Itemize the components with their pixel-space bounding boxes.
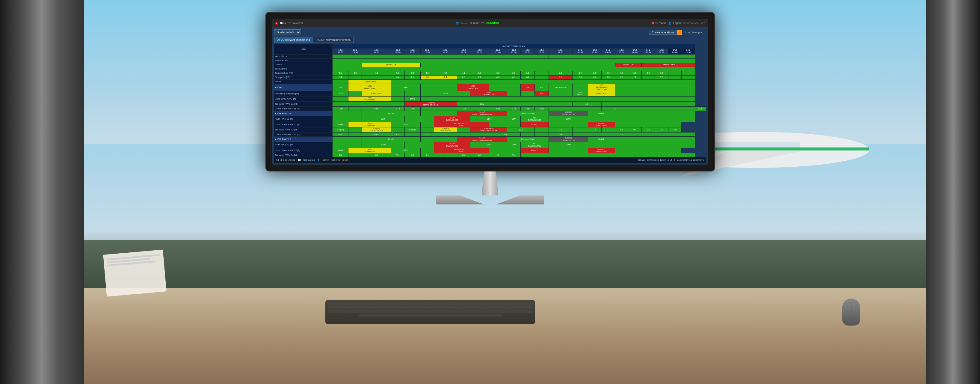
th-11: 13.222:00 xyxy=(507,49,521,54)
snow-2: TEMPO >5RVN xyxy=(348,80,391,84)
paper-document xyxy=(103,250,166,297)
label-volcanic-ash: Volcanic ash xyxy=(274,59,332,63)
cw31-12: 1.6B xyxy=(520,107,535,111)
label-cloudbase-31: Cloud Base RWY 31 [ft] xyxy=(274,122,332,127)
pillar-right xyxy=(926,0,980,384)
rvr22-3 xyxy=(404,142,434,148)
tw04-2 xyxy=(348,153,362,157)
screen: ■ IMS 7.7 AAWDSS 🌐 Server 11:18:52 UTC R… xyxy=(272,19,708,164)
tw22-15: 1.7 xyxy=(601,127,615,132)
rvr22-7: 175BECMG 2000 xyxy=(520,142,549,148)
lvp22-5: Operation Phase xyxy=(507,137,549,142)
label-turbulence: Turbulence xyxy=(274,67,332,71)
row-snow: Snow TEMPO >5RVN xyxy=(274,80,706,84)
cw31-17: 2.7L xyxy=(695,107,706,111)
tab-aooh[interactable]: AO/OH relevant phenomena xyxy=(313,37,354,43)
row-cloudbase-31: Cloud Base RWY 31 [ft] 4000 4000TEMPO 15… xyxy=(274,122,706,127)
dew-4: 3.4 xyxy=(391,75,405,80)
temp-6: 4.8 xyxy=(420,71,434,75)
vis-1: 10000 xyxy=(332,91,348,96)
monitor-bezel: ■ IMS 7.7 AAWDSS 🌐 Server 11:18:52 UTC R… xyxy=(266,12,715,172)
temp-11: 2.7 xyxy=(507,71,521,75)
tab-current-operations[interactable]: Current operations xyxy=(649,30,677,35)
logout-label[interactable]: Logout xyxy=(673,22,682,25)
label-base-bkn: Base BKN, OVC [ft] xyxy=(274,96,332,101)
tw31-1 xyxy=(332,102,405,107)
row-lvp-31: ■ LVP RWY 31 No LVP No LVPBECMG Operatio… xyxy=(274,111,706,116)
rvr22-5: 250 xyxy=(470,142,507,148)
phenomena-tabs: ATCO relevant phenomena AO/OH relevant p… xyxy=(274,37,706,43)
contact-icon: 📧 xyxy=(298,159,301,161)
bkn-1 xyxy=(332,96,348,101)
label-vfr: ■ VFR xyxy=(274,84,332,91)
lvp22-1 xyxy=(332,137,362,142)
cw22-13: 1.6B xyxy=(549,132,572,137)
temp-9: 3.7 xyxy=(470,71,488,75)
dew-20 xyxy=(641,75,655,80)
th-22: 14.209:00 xyxy=(668,49,682,54)
row-visibility: Prevailing Visibility [m] 10000 TEMPO 24… xyxy=(274,91,706,96)
dew-16: 0.4 xyxy=(588,75,601,80)
lvp22-2: No LVP xyxy=(362,137,421,142)
cb22-5: BECMG 100 (YY)4000 xyxy=(434,148,488,153)
contact-link[interactable]: Contact us xyxy=(303,159,315,161)
row-tailwind-04: Tail wind RWY 04 [kt] 1.1 0.5 0.7 1.4 1.… xyxy=(274,153,706,157)
cw22-5 xyxy=(404,132,420,137)
copyright: © 2018 MicroStep MEG xyxy=(683,22,705,24)
vfr-10: 100 xyxy=(535,84,549,91)
tab-long-term-plan[interactable]: Long term plan xyxy=(682,30,706,35)
temp-10: 3.2 xyxy=(488,71,507,75)
temp-16: 2.6 xyxy=(588,71,601,75)
cw22-12 xyxy=(535,132,549,137)
temp-1: 5.0 xyxy=(332,71,348,75)
keyboard xyxy=(325,300,535,324)
vis-13 xyxy=(549,91,572,96)
cw31-15: 1.0 xyxy=(601,107,628,111)
station-selector[interactable]: 3 selected of 4 xyxy=(274,29,301,35)
tw22-17: 0.8 xyxy=(628,127,642,132)
cw31-14 xyxy=(549,107,601,111)
cw31-1: 1.1B xyxy=(332,107,348,111)
tab-atco[interactable]: ATCO relevant phenomena xyxy=(274,37,313,43)
vfr-9: IFR xyxy=(520,84,535,91)
lvp22-7: No LVP xyxy=(588,137,615,142)
cw22-6: 7.0L xyxy=(420,132,434,137)
th-20: 14.207:00 xyxy=(641,49,655,54)
cw31-13: 8.3B xyxy=(535,107,549,111)
th-5: 13.216:00 xyxy=(404,49,420,54)
tw22-6 xyxy=(420,127,434,132)
cb22-7: 100 (YY) xyxy=(520,148,549,153)
th-21: 14.208:00 xyxy=(655,49,668,54)
row-temperature: Temperature [°C] 5.0 5.8 4.6 5.8 5.2 4.8… xyxy=(274,71,706,75)
rvr22-8: 2000 xyxy=(549,142,588,148)
lvp22-6: CLOSEDBECMG No LVP xyxy=(549,137,588,142)
tw31-6 xyxy=(601,102,695,107)
tw22-3: 0.0 (0.0)TEMPO 2.6 (0.0) xyxy=(362,127,391,132)
vis-15: TEMPO-4000 xyxy=(588,91,615,96)
tw04-12 xyxy=(520,153,695,157)
pillar-left xyxy=(0,0,84,384)
rvr31-6: 250 xyxy=(507,116,521,122)
status-dot2 xyxy=(655,22,658,24)
rvr31-3 xyxy=(404,116,434,122)
tw04-6: 1.1 xyxy=(420,153,434,157)
app-title: IMS xyxy=(280,22,286,25)
dew-13 xyxy=(535,75,549,80)
cw31-9 xyxy=(470,107,488,111)
vis-5 xyxy=(404,91,420,96)
tw22-2 xyxy=(348,127,362,132)
dew-19: 1.7 xyxy=(628,75,642,80)
cb22-8 xyxy=(549,148,588,153)
scheme-label: Scheme xyxy=(331,159,340,161)
dew-17: 0.5 xyxy=(601,75,615,80)
temp-7: 4.5 xyxy=(434,71,457,75)
temp-17: 2.9 xyxy=(601,71,615,75)
bkn-5 xyxy=(420,96,695,101)
version-info: 4.1 MIS 20170321 xyxy=(276,159,296,161)
tw22-9: 10.66 [14.58]TEMPO 14.88 [34.58] xyxy=(470,127,507,132)
tab-highlight[interactable] xyxy=(677,30,682,35)
th-6: 13.217:00 xyxy=(420,49,434,54)
cbts-2: TEMPO CB xyxy=(362,63,421,67)
server-icon: 🌐 xyxy=(456,22,459,25)
dew-15: 0.3 xyxy=(572,75,588,80)
